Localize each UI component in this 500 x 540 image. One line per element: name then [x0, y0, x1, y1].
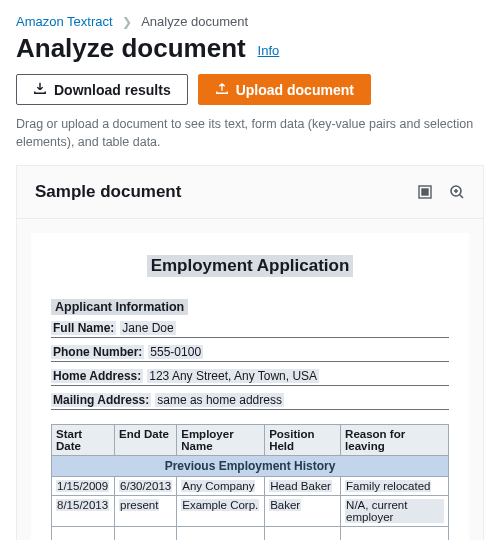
help-text: Drag or upload a document to see its tex…: [16, 115, 484, 151]
cell: Family relocated: [345, 480, 431, 492]
value-mailing-address: same as home address: [155, 393, 284, 407]
zoom-in-icon[interactable]: [449, 184, 465, 200]
field-full-name: Full Name: Jane Doe: [51, 321, 449, 338]
label-full-name: Full Name:: [51, 321, 116, 335]
employment-history-table: Previous Employment History Start Date E…: [51, 424, 449, 540]
field-phone: Phone Number: 555-0100: [51, 345, 449, 362]
upload-icon: [215, 81, 229, 98]
sample-document-panel: Sample document Employment Application A…: [16, 165, 484, 540]
cell: Baker: [269, 499, 301, 511]
cell: Example Corp.: [181, 499, 259, 511]
info-link[interactable]: Info: [258, 43, 280, 58]
section-applicant-info: Applicant Information: [51, 299, 188, 315]
table-caption: Previous Employment History: [52, 456, 449, 477]
download-results-button[interactable]: Download results: [16, 74, 188, 105]
value-phone: 555-0100: [148, 345, 203, 359]
th-start-date: Start Date: [52, 425, 115, 456]
svg-rect-1: [422, 189, 428, 195]
doc-title: Employment Application: [147, 255, 354, 277]
download-icon: [33, 81, 47, 98]
th-end-date: End Date: [115, 425, 177, 456]
breadcrumb: Amazon Textract ❯ Analyze document: [16, 14, 484, 29]
cell: 6/30/2013: [119, 480, 172, 492]
value-full-name: Jane Doe: [120, 321, 175, 335]
cell: 8/15/2013: [56, 499, 109, 511]
table-row: [52, 527, 449, 540]
table-header-row: Start Date End Date Employer Name Positi…: [52, 425, 449, 456]
label-home-address: Home Address:: [51, 369, 143, 383]
cell: 1/15/2009: [56, 480, 109, 492]
th-position: Position Held: [265, 425, 341, 456]
breadcrumb-root[interactable]: Amazon Textract: [16, 14, 113, 29]
cell: Any Company: [181, 480, 255, 492]
table-row: 1/15/2009 6/30/2013 Any Company Head Bak…: [52, 477, 449, 496]
checkbox-icon[interactable]: [417, 184, 433, 200]
field-mailing-address: Mailing Address: same as home address: [51, 393, 449, 410]
cell: N/A, current employer: [345, 499, 444, 523]
cell: present: [119, 499, 159, 511]
cell: Head Baker: [269, 480, 332, 492]
table-row: 8/15/2013 present Example Corp. Baker N/…: [52, 496, 449, 527]
label-phone: Phone Number:: [51, 345, 144, 359]
panel-title: Sample document: [35, 182, 401, 202]
document-preview: Employment Application Applicant Informa…: [31, 233, 469, 540]
upload-document-button[interactable]: Upload document: [198, 74, 371, 105]
page-title: Analyze document: [16, 33, 246, 64]
label-mailing-address: Mailing Address:: [51, 393, 151, 407]
th-reason: Reason for leaving: [341, 425, 449, 456]
chevron-right-icon: ❯: [122, 15, 132, 29]
breadcrumb-current: Analyze document: [141, 14, 248, 29]
upload-document-label: Upload document: [236, 82, 354, 98]
download-results-label: Download results: [54, 82, 171, 98]
value-home-address: 123 Any Street, Any Town, USA: [147, 369, 319, 383]
field-home-address: Home Address: 123 Any Street, Any Town, …: [51, 369, 449, 386]
th-employer: Employer Name: [177, 425, 265, 456]
